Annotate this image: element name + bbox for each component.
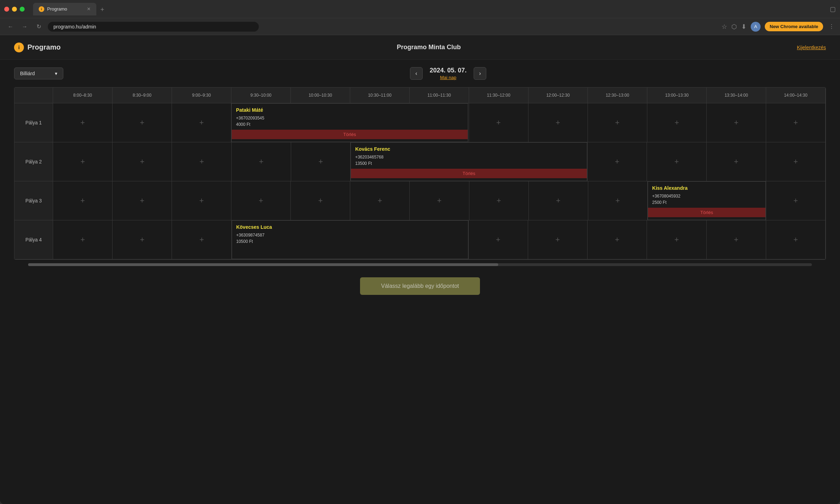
logout-button[interactable]: Kijelentkezés [797,45,826,50]
slot-3-0[interactable]: + [53,181,113,220]
slot-3-5[interactable]: + [350,181,410,220]
slot-4-0[interactable]: + [53,220,113,259]
add-icon: + [496,118,501,127]
delete-booking-button[interactable]: Törlés [351,169,587,178]
booking-price: 4000 Ft [236,122,463,127]
slot-4-2[interactable]: + [172,220,231,259]
extensions-icon[interactable]: ⬡ [731,23,737,31]
minimize-button[interactable] [12,7,17,12]
slot-4-9[interactable]: + [588,220,647,259]
slot-1-11[interactable]: + [707,103,766,142]
slot-3-3[interactable]: + [231,181,291,220]
slot-1-3: Pataki Máté +36702093545 4000 Ft Törlés [231,103,350,142]
time-slot-header-3: 9:30–10:00 [231,88,291,103]
slot-2-3[interactable]: + [232,142,291,181]
add-icon: + [259,157,263,166]
slot-4-10[interactable]: + [647,220,706,259]
app-logo: i Programo [14,43,60,52]
court-label-1: Pálya 1 [14,103,53,142]
slot-2-10[interactable]: + [647,142,706,181]
delete-booking-button[interactable]: Törlés [232,130,467,139]
download-icon[interactable]: ⬇ [741,23,746,31]
new-tab-button[interactable]: ＋ [99,5,105,13]
time-slot-header-10: 13:00–13:30 [647,88,707,103]
new-chrome-button[interactable]: New Chrome available [765,22,823,31]
tab-close-button[interactable]: ✕ [87,6,91,12]
slot-1-9[interactable]: + [588,103,647,142]
slot-1-0[interactable]: + [53,103,113,142]
booking-phone: +36203465768 [355,155,583,160]
prev-date-button[interactable]: ‹ [410,67,423,80]
bookmark-icon[interactable]: ☆ [722,23,727,31]
slot-3-2[interactable]: + [172,181,231,220]
address-input[interactable] [48,22,259,32]
slot-2-11[interactable]: + [707,142,766,181]
slot-1-7[interactable]: + [469,103,528,142]
back-button[interactable]: ← [6,22,15,32]
add-icon: + [794,196,798,205]
slot-1-1[interactable]: + [113,103,172,142]
slot-3-8[interactable]: + [529,181,588,220]
horizontal-scrollbar[interactable] [14,263,826,267]
slot-2-4[interactable]: + [291,142,351,181]
titlebar-controls: ▢ [830,5,836,13]
next-date-button[interactable]: › [474,67,486,80]
profile-avatar[interactable]: A [751,22,761,32]
logo-text: Programo [27,43,60,51]
date-display: 2024. 05. 07. Mai nap [430,67,467,80]
slot-4-11[interactable]: + [707,220,766,259]
tab-favicon: i [39,6,44,12]
slot-2-1[interactable]: + [113,142,172,181]
slot-4-7[interactable]: + [469,220,528,259]
slot-1-12[interactable]: + [766,103,826,142]
slot-3-9[interactable]: + [588,181,648,220]
slot-4-8[interactable]: + [528,220,588,259]
court-label-3: Pálya 3 [14,181,53,220]
slot-3-7[interactable]: + [469,181,529,220]
today-link[interactable]: Mai nap [430,75,467,80]
booking-name: Kövecses Luca [236,224,464,230]
date-navigation: ‹ 2024. 05. 07. Mai nap › [70,67,826,80]
slot-4-3: Kövecses Luca +36309874587 10500 Ft [232,220,469,259]
slot-2-0[interactable]: + [53,142,113,181]
select-time-button[interactable]: Válassz legalább egy időpontot [360,277,480,295]
minimize-icon[interactable]: ▢ [830,5,836,13]
slot-2-12[interactable]: + [766,142,826,181]
scrollbar-thumb[interactable] [28,263,498,266]
active-tab[interactable]: i Programo ✕ [33,3,96,15]
close-button[interactable] [4,7,9,12]
slot-3-4[interactable]: + [291,181,350,220]
schedule-grid: 8:00–8:30 8:30–9:00 9:00–9:30 9:30–10:00… [14,87,826,260]
reload-button[interactable]: ↻ [34,22,44,32]
slot-1-10[interactable]: + [647,103,707,142]
slot-3-12[interactable]: + [766,181,826,220]
forward-button[interactable]: → [20,22,30,32]
add-icon: + [734,235,738,244]
sport-dropdown[interactable]: Billiárd ▾ [14,67,63,79]
add-icon: + [140,157,145,166]
slot-4-12[interactable]: + [766,220,826,259]
slot-1-2[interactable]: + [172,103,231,142]
slot-2-2[interactable]: + [172,142,231,181]
slot-3-10: Kiss Alexandra +36708045932 2500 Ft Törl… [648,181,766,220]
slot-2-5: Kovács Ferenc +36203465768 13500 Ft Törl… [351,142,588,181]
slot-1-8[interactable]: + [528,103,588,142]
booking-price: 13500 Ft [355,161,583,166]
menu-icon[interactable]: ⋮ [829,23,834,30]
booking-phone: +36309874587 [236,233,464,238]
delete-booking-button[interactable]: Törlés [648,208,765,217]
time-slot-header-2: 9:00–9:30 [172,88,231,103]
add-icon: + [556,196,560,205]
slot-2-9[interactable]: + [588,142,647,181]
slot-3-6[interactable]: + [410,181,469,220]
calendar-controls: Billiárd ▾ ‹ 2024. 05. 07. Mai nap › [0,60,840,87]
add-icon: + [615,157,620,166]
slot-3-1[interactable]: + [113,181,172,220]
time-slot-header-9: 12:30–13:00 [588,88,647,103]
booking-pataki: Pataki Máté +36702093545 4000 Ft Törlés [231,103,468,142]
fullscreen-button[interactable] [20,7,25,12]
slot-4-1[interactable]: + [113,220,172,259]
court-label-4: Pálya 4 [14,220,53,259]
tab-title: Programo [47,6,67,12]
time-slot-header-11: 13:30–14:00 [707,88,766,103]
